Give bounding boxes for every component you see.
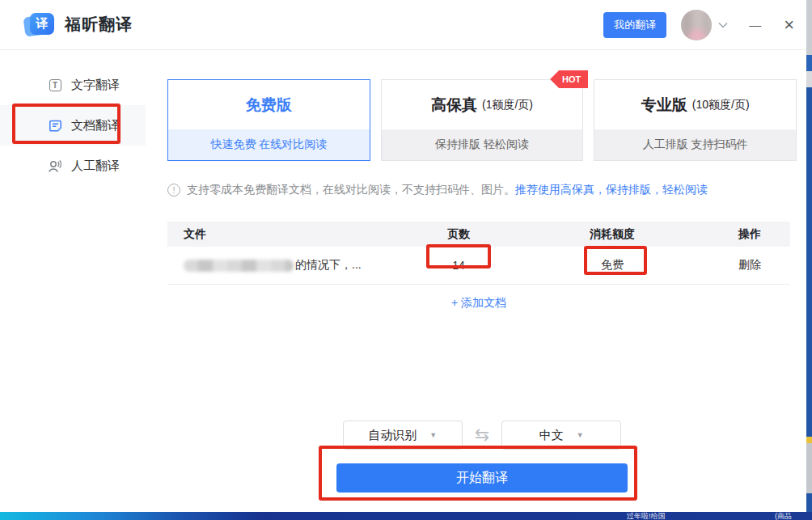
sidebar-item-label: 人工翻译 (71, 159, 120, 174)
background-window-right-edge (806, 0, 812, 520)
add-document-link[interactable]: + 添加文档 (167, 296, 790, 311)
swap-languages-icon[interactable]: ⇆ (475, 426, 489, 444)
start-translate-button[interactable]: 开始翻译 (336, 463, 628, 493)
close-button[interactable]: × (784, 16, 794, 34)
app-title: 福昕翻译 (65, 14, 133, 36)
pages-cell: 14 (402, 259, 515, 272)
plan-price: (1额度/页) (482, 98, 533, 112)
source-language-select[interactable]: 自动识别 ▼ (343, 421, 463, 450)
chevron-down-icon[interactable] (718, 22, 728, 28)
title-bar: 译 福昕翻译 我的翻译 — × (0, 0, 812, 50)
document-table: 文件 页数 消耗额度 操作 的情况下，... 14 免费 删除 (167, 222, 790, 285)
table-row: 的情况下，... 14 免费 删除 (167, 247, 790, 285)
user-avatar[interactable] (681, 10, 712, 40)
plan-tabs: 免费版 快速免费 在线对比阅读 HOT 高保真 (1额度/页) 保持排版 轻松阅… (167, 79, 797, 161)
plan-subtitle: 快速免费 在线对比阅读 (168, 129, 370, 160)
plan-title: 专业版 (641, 95, 687, 116)
plan-tab-professional[interactable]: 专业版 (10额度/页) 人工排版 支持扫码件 (594, 79, 797, 161)
background-text-right: (商品 (775, 512, 792, 520)
minimize-button[interactable]: — (749, 19, 761, 31)
target-language-select[interactable]: 中文 ▼ (501, 421, 621, 450)
sidebar-item-text-translate[interactable]: T 文字翻译 (0, 65, 146, 105)
human-translate-icon (47, 159, 63, 173)
text-translate-icon: T (47, 79, 63, 91)
plan-tab-high-fidelity[interactable]: HOT 高保真 (1额度/页) 保持排版 轻松阅读 (381, 79, 584, 161)
sidebar-item-human-translate[interactable]: 人工翻译 (0, 146, 146, 186)
caret-down-icon: ▼ (577, 431, 584, 439)
notice-text: 支持零成本免费翻译文档，在线对比阅读，不支持扫码件、图片。 (187, 183, 515, 197)
file-name-cell: 的情况下，... (167, 258, 402, 273)
blurred-filename (184, 260, 294, 272)
background-window-bottom-edge: 过年啦!给国 (商品 (0, 512, 812, 520)
plan-subtitle: 人工排版 支持扫码件 (594, 129, 796, 160)
sidebar-item-label: 文档翻译 (71, 118, 120, 133)
main-content: 免费版 快速免费 在线对比阅读 HOT 高保真 (1额度/页) 保持排版 轻松阅… (146, 50, 812, 512)
info-icon: ! (167, 184, 180, 197)
background-text-left: 过年啦!给国 (627, 512, 666, 520)
filename-suffix: 的情况下，... (295, 258, 362, 273)
sidebar: T 文字翻译 文档翻译 (0, 50, 146, 512)
header-file: 文件 (167, 227, 402, 242)
language-selector-row: 自动识别 ▼ ⇆ 中文 ▼ (167, 421, 797, 450)
header-pages: 页数 (402, 227, 515, 242)
sidebar-item-document-translate[interactable]: 文档翻译 (0, 105, 146, 146)
plan-price: (10额度/页) (692, 98, 750, 112)
source-language-value: 自动识别 (368, 428, 417, 443)
delete-link[interactable]: 删除 (738, 258, 761, 271)
notice-line: ! 支持零成本免费翻译文档，在线对比阅读，不支持扫码件、图片。 推荐使用高保真，… (167, 183, 797, 197)
sidebar-item-label: 文字翻译 (71, 78, 120, 93)
target-language-value: 中文 (539, 428, 564, 443)
logo-bubble-front: 译 (30, 13, 54, 35)
caret-down-icon: ▼ (429, 431, 437, 439)
document-translate-icon (47, 119, 63, 133)
app-logo-icon: 译 (24, 11, 57, 39)
my-translations-button[interactable]: 我的翻译 (603, 12, 666, 38)
plan-title: 高保真 (431, 95, 477, 116)
header-action: 操作 (709, 227, 790, 242)
table-header-row: 文件 页数 消耗额度 操作 (167, 222, 790, 247)
header-quota: 消耗额度 (515, 227, 709, 242)
notice-link[interactable]: 推荐使用高保真，保持排版，轻松阅读 (515, 183, 708, 197)
plan-tab-free[interactable]: 免费版 快速免费 在线对比阅读 (167, 79, 370, 161)
app-window: 译 福昕翻译 我的翻译 — × T 文字翻译 (0, 0, 812, 520)
plan-title: 免费版 (246, 95, 292, 116)
quota-cell: 免费 (515, 258, 709, 273)
avatar-blurred-image (681, 10, 712, 40)
plan-subtitle: 保持排版 轻松阅读 (382, 129, 583, 160)
